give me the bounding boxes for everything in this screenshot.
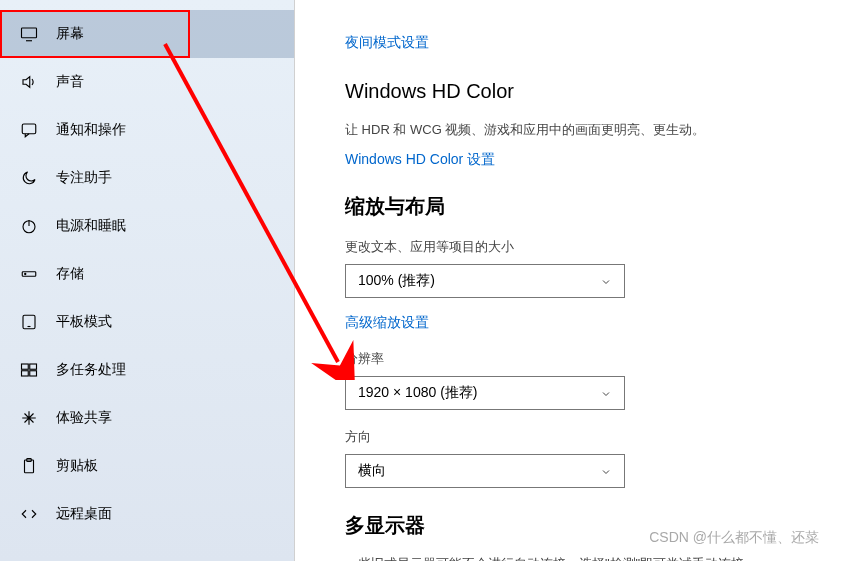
sidebar-item-label: 存储	[56, 265, 84, 283]
sidebar-item-notifications[interactable]: 通知和操作	[0, 106, 294, 154]
chevron-down-icon	[600, 275, 612, 287]
message-icon	[20, 121, 38, 139]
storage-icon	[20, 265, 38, 283]
resolution-dropdown[interactable]: 1920 × 1080 (推荐)	[345, 376, 625, 410]
hd-color-settings-link[interactable]: Windows HD Color 设置	[345, 151, 495, 169]
power-icon	[20, 217, 38, 235]
sidebar-item-label: 剪贴板	[56, 457, 98, 475]
sidebar-item-focus-assist[interactable]: 专注助手	[0, 154, 294, 202]
sidebar-item-label: 远程桌面	[56, 505, 112, 523]
sidebar-item-sound[interactable]: 声音	[0, 58, 294, 106]
hd-color-description: 让 HDR 和 WCG 视频、游戏和应用中的画面更明亮、更生动。	[345, 121, 775, 139]
night-mode-link[interactable]: 夜间模式设置	[345, 34, 429, 52]
scale-layout-heading: 缩放与布局	[345, 193, 859, 220]
speaker-icon	[20, 73, 38, 91]
sidebar-item-tablet[interactable]: 平板模式	[0, 298, 294, 346]
sidebar-item-clipboard[interactable]: 剪贴板	[0, 442, 294, 490]
svg-point-7	[25, 273, 26, 274]
orientation-field-label: 方向	[345, 428, 859, 446]
advanced-scaling-link[interactable]: 高级缩放设置	[345, 314, 429, 332]
sidebar-item-label: 屏幕	[56, 25, 84, 43]
sidebar-item-remote-desktop[interactable]: 远程桌面	[0, 490, 294, 538]
sidebar-item-storage[interactable]: 存储	[0, 250, 294, 298]
tablet-icon	[20, 313, 38, 331]
settings-main-panel: 夜间模式设置 Windows HD Color 让 HDR 和 WCG 视频、游…	[295, 0, 859, 561]
svg-rect-13	[30, 371, 37, 376]
chevron-down-icon	[600, 465, 612, 477]
moon-icon	[20, 169, 38, 187]
chevron-down-icon	[600, 387, 612, 399]
sidebar-item-label: 平板模式	[56, 313, 112, 331]
multi-display-description: 一些旧式显示器可能不会进行自动连接，选择"检测"即可尝试手动连接。	[345, 555, 775, 561]
sidebar-item-label: 专注助手	[56, 169, 112, 187]
svg-rect-10	[22, 364, 29, 369]
settings-sidebar: 屏幕 声音 通知和操作 专注助手 电源和睡眠 存储 平板模式 多任务处理	[0, 0, 295, 561]
sidebar-item-shared-experiences[interactable]: 体验共享	[0, 394, 294, 442]
svg-marker-2	[23, 77, 30, 88]
multi-display-heading: 多显示器	[345, 512, 859, 539]
remote-icon	[20, 505, 38, 523]
share-icon	[20, 409, 38, 427]
svg-rect-0	[22, 28, 37, 38]
scale-field-label: 更改文本、应用等项目的大小	[345, 238, 859, 256]
scale-dropdown-value: 100% (推荐)	[358, 272, 435, 290]
monitor-icon	[20, 25, 38, 43]
resolution-field-label: 分辨率	[345, 350, 859, 368]
sidebar-item-label: 体验共享	[56, 409, 112, 427]
hd-color-heading: Windows HD Color	[345, 80, 859, 103]
resolution-dropdown-value: 1920 × 1080 (推荐)	[358, 384, 477, 402]
sidebar-item-label: 多任务处理	[56, 361, 126, 379]
sidebar-item-multitasking[interactable]: 多任务处理	[0, 346, 294, 394]
clipboard-icon	[20, 457, 38, 475]
sidebar-item-label: 声音	[56, 73, 84, 91]
svg-rect-3	[22, 124, 36, 134]
scale-dropdown[interactable]: 100% (推荐)	[345, 264, 625, 298]
sidebar-item-power[interactable]: 电源和睡眠	[0, 202, 294, 250]
svg-rect-11	[30, 364, 37, 369]
orientation-dropdown[interactable]: 横向	[345, 454, 625, 488]
sidebar-item-label: 电源和睡眠	[56, 217, 126, 235]
sidebar-item-display[interactable]: 屏幕	[0, 10, 294, 58]
multitask-icon	[20, 361, 38, 379]
sidebar-item-label: 通知和操作	[56, 121, 126, 139]
svg-rect-12	[22, 371, 29, 376]
orientation-dropdown-value: 横向	[358, 462, 386, 480]
